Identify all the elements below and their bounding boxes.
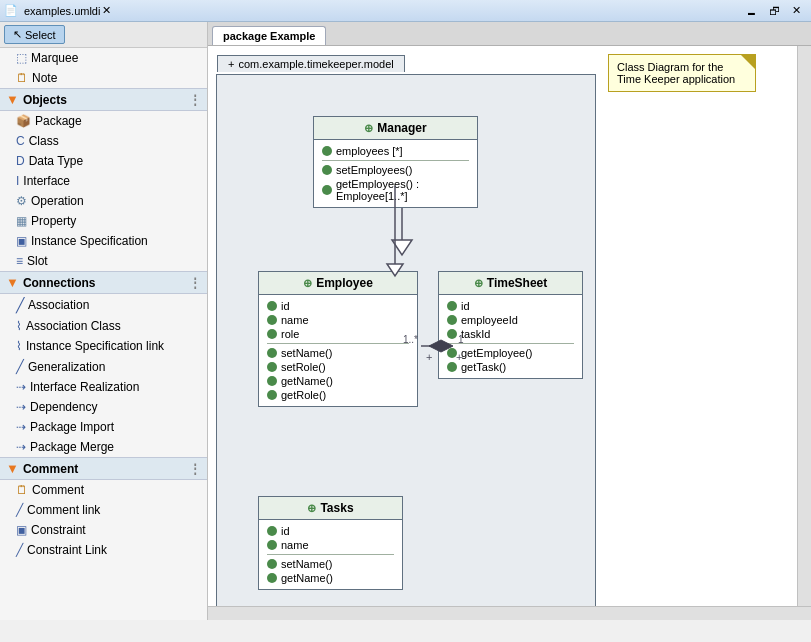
canvas-area[interactable]: package Example + com.example.timekeeper… xyxy=(208,22,811,620)
sidebar-scroll[interactable]: ⬚ Marquee 🗒 Note ▼ Objects ⋮ 📦 Package C xyxy=(0,48,207,560)
uml-class-manager[interactable]: ⊕ Manager employees [*] setEmployees() xyxy=(313,116,478,208)
sidebar-item-datatype[interactable]: D Data Type xyxy=(0,151,207,171)
sidebar-item-comment[interactable]: 🗒 Comment xyxy=(0,480,207,500)
method-icon2 xyxy=(322,185,332,195)
attr-icon xyxy=(267,301,277,311)
sidebar-item-constraint-link[interactable]: ╱ Constraint Link xyxy=(0,540,207,560)
close-btn[interactable]: ✕ xyxy=(786,4,807,17)
employee-name: Employee xyxy=(316,276,373,290)
tasks-attr-id: id xyxy=(267,524,394,538)
sticky-note: Class Diagram for the Time Keeper applic… xyxy=(608,54,756,92)
interface-real-icon: ⇢ xyxy=(16,380,26,394)
maximize-btn[interactable]: 🗗 xyxy=(763,5,786,17)
method-icon3 xyxy=(267,376,277,386)
method-icon2 xyxy=(447,362,457,372)
sidebar-item-package-merge[interactable]: ⇢ Package Merge xyxy=(0,437,207,457)
sidebar: ↖ Select ⬚ Marquee 🗒 Note ▼ Objects ⋮ xyxy=(0,22,208,620)
class-icon: C xyxy=(16,134,25,148)
select-button[interactable]: ↖ Select xyxy=(4,25,65,44)
sidebar-item-package[interactable]: 📦 Package xyxy=(0,111,207,131)
objects-section-header[interactable]: ▼ Objects ⋮ xyxy=(0,88,207,111)
connections-menu-icon: ⋮ xyxy=(189,276,201,290)
comment-label: Comment xyxy=(23,462,78,476)
comment-section-header[interactable]: ▼ Comment ⋮ xyxy=(0,457,207,480)
attr-icon2 xyxy=(267,540,277,550)
sidebar-item-association[interactable]: ╱ Association xyxy=(0,294,207,316)
package-tab: + com.example.timekeeper.model xyxy=(217,55,405,72)
timesheet-attr-taskid: taskId xyxy=(447,327,574,341)
connections-section-header[interactable]: ▼ Connections ⋮ xyxy=(0,271,207,294)
employee-attr-role: role xyxy=(267,327,409,341)
sidebar-item-note[interactable]: 🗒 Note xyxy=(0,68,207,88)
uml-class-employee[interactable]: ⊕ Employee id name xyxy=(258,271,418,407)
timesheet-method-gettask: getTask() xyxy=(447,360,574,374)
constraint-link-icon: ╱ xyxy=(16,543,23,557)
assoc-class-icon: ⌇ xyxy=(16,319,22,333)
timesheet-body: id employeeId taskId g xyxy=(439,295,582,378)
sidebar-item-instance-spec[interactable]: ▣ Instance Specification xyxy=(0,231,207,251)
method-icon xyxy=(267,348,277,358)
operation-icon: ⚙ xyxy=(16,194,27,208)
title-bar: 📄 examples.umldi ✕ 🗕 🗗 ✕ xyxy=(0,0,811,22)
employee-method-setrole: setRole() xyxy=(267,360,409,374)
sidebar-item-class[interactable]: C Class xyxy=(0,131,207,151)
employee-divider xyxy=(267,343,409,344)
uml-class-tasks[interactable]: ⊕ Tasks id name xyxy=(258,496,403,590)
package-name: com.example.timekeeper.model xyxy=(238,58,393,70)
sidebar-item-association-class[interactable]: ⌇ Association Class xyxy=(0,316,207,336)
constraint-icon: ▣ xyxy=(16,523,27,537)
horizontal-scrollbar[interactable] xyxy=(208,606,811,620)
sidebar-item-marquee[interactable]: ⬚ Marquee xyxy=(0,48,207,68)
tasks-stereotype: ⊕ xyxy=(307,502,316,515)
tasks-method-setname: setName() xyxy=(267,557,394,571)
connections-label: Connections xyxy=(23,276,96,290)
sidebar-item-instance-spec-link[interactable]: ⌇ Instance Specification link xyxy=(0,336,207,356)
sidebar-item-constraint[interactable]: ▣ Constraint xyxy=(0,520,207,540)
connections-expand-icon: ▼ xyxy=(6,275,19,290)
slot-icon: ≡ xyxy=(16,254,23,268)
sidebar-item-interface-realization[interactable]: ⇢ Interface Realization xyxy=(0,377,207,397)
sidebar-item-slot[interactable]: ≡ Slot xyxy=(0,251,207,271)
package-import-icon: ⇢ xyxy=(16,420,26,434)
tasks-name: Tasks xyxy=(320,501,353,515)
sidebar-item-dependency[interactable]: ⇢ Dependency xyxy=(0,397,207,417)
comment-icon: 🗒 xyxy=(16,483,28,497)
method-icon xyxy=(267,559,277,569)
comment-expand-icon: ▼ xyxy=(6,461,19,476)
vertical-scrollbar[interactable] xyxy=(797,46,811,606)
sidebar-item-interface[interactable]: I Interface xyxy=(0,171,207,191)
method-icon xyxy=(322,165,332,175)
method-icon4 xyxy=(267,390,277,400)
dependency-icon: ⇢ xyxy=(16,400,26,414)
timesheet-stereotype: ⊕ xyxy=(474,277,483,290)
canvas-content[interactable]: + com.example.timekeeper.model xyxy=(208,46,811,620)
sidebar-item-comment-link[interactable]: ╱ Comment link xyxy=(0,500,207,520)
generalization-icon: ╱ xyxy=(16,359,24,374)
package-expand-icon: + xyxy=(228,58,234,70)
attr-icon2 xyxy=(447,315,457,325)
tasks-method-getname: getName() xyxy=(267,571,394,585)
main-layout: ↖ Select ⬚ Marquee 🗒 Note ▼ Objects ⋮ xyxy=(0,22,811,620)
comment-link-icon: ╱ xyxy=(16,503,23,517)
canvas-tab-example[interactable]: package Example xyxy=(212,26,326,45)
manager-name: Manager xyxy=(377,121,426,135)
filename: examples.umldi xyxy=(24,5,100,17)
sidebar-item-package-import[interactable]: ⇢ Package Import xyxy=(0,417,207,437)
instance-spec-icon: ▣ xyxy=(16,234,27,248)
employee-method-setname: setName() xyxy=(267,346,409,360)
uml-class-timesheet[interactable]: ⊕ TimeSheet id employeeId xyxy=(438,271,583,379)
employee-body: id name role setName() xyxy=(259,295,417,406)
package-icon: 📦 xyxy=(16,114,31,128)
objects-label: Objects xyxy=(23,93,67,107)
sidebar-item-operation[interactable]: ⚙ Operation xyxy=(0,191,207,211)
sidebar-item-property[interactable]: ▦ Property xyxy=(0,211,207,231)
timesheet-name: TimeSheet xyxy=(487,276,547,290)
sidebar-item-generalization[interactable]: ╱ Generalization xyxy=(0,356,207,377)
instance-link-icon: ⌇ xyxy=(16,339,22,353)
class-header-manager: ⊕ Manager xyxy=(314,117,477,140)
timesheet-method-getemployee: getEmployee() xyxy=(447,346,574,360)
minimize-btn[interactable]: 🗕 xyxy=(740,5,763,17)
method-icon2 xyxy=(267,573,277,583)
attr-icon xyxy=(267,526,277,536)
manager-divider xyxy=(322,160,469,161)
